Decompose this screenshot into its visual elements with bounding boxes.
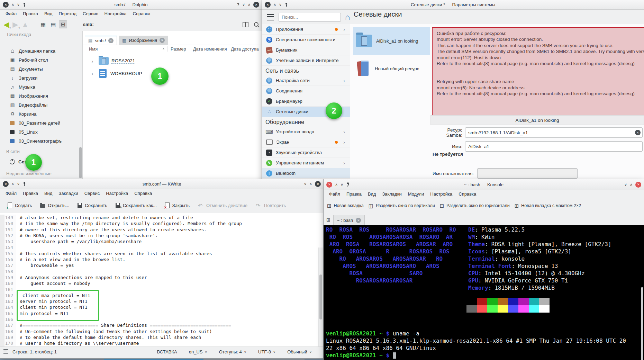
menu-item[interactable]: Справка (130, 10, 153, 17)
expand-icon[interactable]: › (89, 71, 96, 76)
pin-icon[interactable] (284, 3, 288, 7)
menu-item[interactable]: Переход (56, 10, 79, 17)
search-input[interactable] (279, 13, 341, 22)
toolbar-button[interactable]: Новая вкладка (327, 203, 364, 208)
toolbar-button[interactable]: Повторить (252, 200, 289, 210)
toolbar-button[interactable]: Создать (4, 200, 35, 210)
settings-sidebar-entry[interactable]: Настройка сети › (262, 75, 350, 86)
menu-item[interactable]: Настройка (427, 190, 455, 198)
shade-down-icon[interactable]: ∨ (17, 182, 20, 186)
settings-titlebar[interactable]: ✕ ∧ ∨ Сетевые диски * — Параметры систем… (262, 0, 644, 10)
maximize-icon[interactable]: ∧ (309, 182, 312, 186)
highlighting-selector[interactable]: Обычный∨ (287, 349, 312, 354)
settings-sidebar-entry[interactable]: Сеть и связь › (262, 66, 350, 75)
settings-sidebar-entry[interactable]: Звуковые устройства › (262, 147, 350, 158)
taskbar[interactable] (0, 358, 324, 360)
menu-item[interactable]: Правка (344, 190, 364, 198)
up-button[interactable]: ▲ (21, 21, 29, 28)
samba-resource-input[interactable] (465, 127, 643, 138)
pin-icon[interactable] (22, 3, 26, 7)
forward-button[interactable]: ▶∨ (12, 21, 18, 28)
home-icon[interactable]: ⌂ (345, 13, 350, 21)
toolbar-button[interactable]: Сохранить (74, 201, 111, 210)
settings-sidebar-entry[interactable]: Bluetooth › (262, 168, 350, 179)
details-view-button[interactable]: ▤ (49, 20, 57, 28)
shade-up-icon[interactable]: ∧ (335, 183, 338, 187)
shade-down-icon[interactable]: ∨ (341, 183, 343, 187)
places-item[interactable]: 03_Синематографъ (0, 136, 79, 145)
menu-item[interactable]: Сервис (80, 10, 101, 17)
maximize-icon[interactable]: ∧ (248, 3, 251, 7)
places-item[interactable]: Корзина (0, 109, 79, 118)
tree-view-button[interactable]: ⊞ (59, 20, 67, 28)
minimize-icon[interactable]: ∨ (242, 3, 245, 7)
settings-sidebar-entry[interactable]: Приложения › (262, 24, 350, 35)
menu-item[interactable]: Файл (326, 190, 343, 198)
menu-item[interactable]: Модули (405, 190, 427, 198)
column-accessed[interactable]: Дата доступа (228, 46, 262, 52)
menu-item[interactable]: Справка (131, 190, 155, 197)
settings-sidebar-entry[interactable]: Управление питанием › (262, 158, 350, 168)
pin-icon[interactable] (22, 182, 26, 186)
minimize-icon[interactable]: ∨ (304, 182, 307, 186)
column-modified[interactable]: Дата изменения (190, 46, 228, 52)
new-tab-icon[interactable]: ⊞ (326, 217, 330, 223)
menu-item[interactable]: Файл (3, 10, 19, 17)
toolbar-button[interactable]: Разделить окно по вертикали (369, 203, 435, 208)
menu-item[interactable]: Сервис (82, 190, 103, 197)
close-icon[interactable]: ✕ (635, 182, 641, 188)
close-icon[interactable]: ✕ (253, 2, 259, 8)
share-list-item-selected[interactable]: AiDisk_a1 on looking (353, 27, 430, 55)
menu-item[interactable]: Файл (3, 190, 19, 197)
places-item[interactable]: Видеофайлы (0, 100, 79, 109)
menu-item[interactable]: Вид (42, 10, 55, 17)
menu-item[interactable]: Настройка (102, 10, 129, 17)
clear-input-icon[interactable]: ✕ (635, 130, 641, 135)
location-breadcrumb[interactable]: smb: (83, 22, 94, 27)
menu-item[interactable]: Вид (42, 190, 55, 197)
column-size[interactable]: Размер (167, 46, 190, 52)
menu-item[interactable]: Правка (20, 10, 41, 17)
help-icon[interactable]: ? (237, 2, 239, 7)
settings-sidebar-entry[interactable]: Бумажник › (262, 45, 350, 55)
text-editor[interactable]: 149 # also be set, restricting rename an… (0, 213, 324, 349)
expand-icon[interactable]: › (89, 58, 96, 64)
toolbar-button[interactable]: Отменить действие (194, 200, 251, 210)
toolbar-button[interactable]: Разделить окно по горизонтали (440, 203, 510, 208)
icons-view-button[interactable]: ▦ (39, 20, 47, 28)
shade-down-icon[interactable]: ∨ (279, 3, 282, 7)
scrollbar-thumb[interactable] (319, 274, 322, 320)
settings-sidebar-entry[interactable]: Соединения › (262, 86, 350, 96)
tab-bash[interactable]: ~ : bash ✕ (333, 215, 365, 225)
places-item[interactable]: Рабочий стол (0, 55, 79, 64)
insert-mode-indicator[interactable]: ВСТАВКА (157, 349, 177, 354)
maximize-icon[interactable]: ∧ (630, 183, 633, 187)
close-icon[interactable]: ✕ (326, 182, 332, 188)
column-name[interactable]: Имя (83, 46, 162, 52)
indent-selector[interactable]: Отступы: 4∨ (219, 349, 246, 354)
places-item[interactable]: Музыка (0, 82, 79, 91)
settings-sidebar-entry[interactable]: Экран › (262, 137, 350, 147)
menu-item[interactable]: Вид (365, 190, 379, 198)
scrollbar[interactable] (79, 147, 82, 178)
konsole-titlebar[interactable]: ✕ ∧ ∨ ~ : bash — Konsole ∨ ∧ ✕ (324, 179, 644, 190)
places-item[interactable]: Документы (0, 64, 79, 73)
shade-up-icon[interactable]: ∧ (11, 182, 14, 186)
dolphin-titlebar[interactable]: ✕ ∧ ∨ smb:/ — Dolphin ? ∨ ∧ ✕ (0, 0, 262, 10)
close-icon[interactable]: ✕ (265, 2, 271, 8)
menu-item[interactable]: Закладки (379, 190, 404, 198)
menu-item[interactable]: Закладки (56, 190, 81, 197)
settings-sidebar-entry[interactable]: Специальные возможности › (262, 35, 350, 45)
places-item[interactable]: Домашняя папка (0, 46, 79, 55)
toolbar-button[interactable]: Открыть... (37, 201, 73, 210)
shade-down-icon[interactable]: ∨ (17, 3, 20, 7)
username-input[interactable] (477, 168, 578, 179)
dictionary-selector[interactable]: en_US∨ (189, 349, 207, 354)
split-view-icon[interactable] (243, 22, 248, 27)
close-icon[interactable]: ✕ (108, 38, 114, 43)
search-icon[interactable] (254, 22, 258, 27)
shade-up-icon[interactable]: ∧ (273, 3, 276, 7)
places-item[interactable]: Загрузки (0, 73, 79, 82)
scrollbar[interactable] (318, 248, 323, 349)
close-icon[interactable]: ✕ (3, 181, 9, 187)
